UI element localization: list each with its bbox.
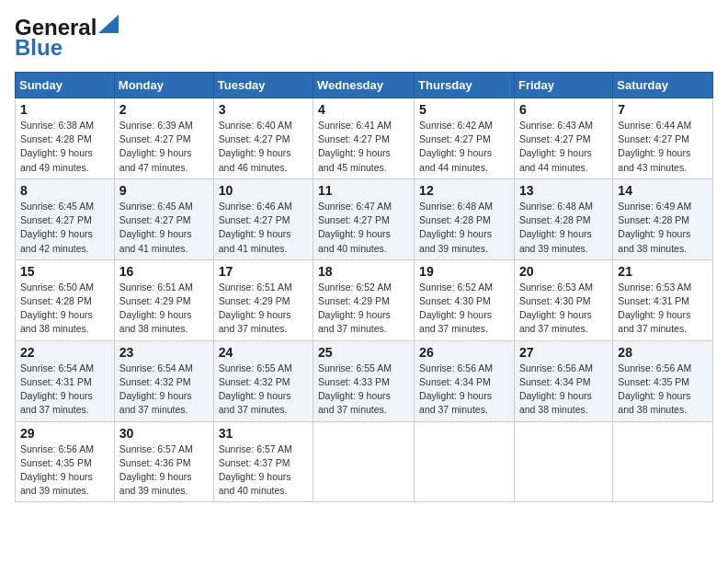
day-number: 1 bbox=[20, 102, 109, 117]
day-info: Sunrise: 6:55 AMSunset: 4:32 PMDaylight:… bbox=[219, 362, 308, 418]
logo-icon bbox=[98, 15, 119, 33]
day-number: 20 bbox=[519, 264, 608, 279]
day-number: 17 bbox=[219, 264, 308, 279]
day-info: Sunrise: 6:45 AMSunset: 4:27 PMDaylight:… bbox=[119, 200, 209, 256]
day-info: Sunrise: 6:54 AMSunset: 4:32 PMDaylight:… bbox=[119, 362, 209, 418]
day-number: 19 bbox=[419, 264, 509, 279]
calendar-cell bbox=[514, 421, 612, 502]
calendar-week-1: 1 Sunrise: 6:38 AMSunset: 4:28 PMDayligh… bbox=[16, 98, 713, 179]
day-number: 28 bbox=[618, 345, 708, 360]
calendar-cell: 17 Sunrise: 6:51 AMSunset: 4:29 PMDaylig… bbox=[213, 259, 313, 340]
day-number: 13 bbox=[519, 183, 608, 198]
calendar-cell: 14 Sunrise: 6:49 AMSunset: 4:28 PMDaylig… bbox=[613, 178, 713, 259]
col-header-friday: Friday bbox=[514, 73, 612, 98]
day-info: Sunrise: 6:40 AMSunset: 4:27 PMDaylight:… bbox=[219, 119, 308, 175]
day-info: Sunrise: 6:56 AMSunset: 4:34 PMDaylight:… bbox=[419, 362, 509, 418]
day-number: 4 bbox=[318, 102, 409, 117]
day-number: 6 bbox=[519, 102, 608, 117]
calendar-cell: 8 Sunrise: 6:45 AMSunset: 4:27 PMDayligh… bbox=[16, 178, 115, 259]
calendar-cell: 27 Sunrise: 6:56 AMSunset: 4:34 PMDaylig… bbox=[514, 340, 612, 421]
calendar-cell: 23 Sunrise: 6:54 AMSunset: 4:32 PMDaylig… bbox=[114, 340, 213, 421]
calendar-cell: 7 Sunrise: 6:44 AMSunset: 4:27 PMDayligh… bbox=[613, 98, 713, 179]
day-info: Sunrise: 6:57 AMSunset: 4:36 PMDaylight:… bbox=[119, 442, 209, 499]
calendar-cell: 2 Sunrise: 6:39 AMSunset: 4:27 PMDayligh… bbox=[114, 98, 213, 179]
day-info: Sunrise: 6:49 AMSunset: 4:28 PMDaylight:… bbox=[618, 200, 708, 256]
calendar-cell: 19 Sunrise: 6:52 AMSunset: 4:30 PMDaylig… bbox=[415, 259, 515, 340]
day-info: Sunrise: 6:38 AMSunset: 4:28 PMDaylight:… bbox=[20, 119, 109, 175]
day-info: Sunrise: 6:52 AMSunset: 4:30 PMDaylight:… bbox=[419, 281, 509, 337]
day-number: 31 bbox=[219, 426, 308, 441]
col-header-tuesday: Tuesday bbox=[213, 73, 313, 98]
day-number: 3 bbox=[219, 102, 308, 117]
day-number: 11 bbox=[318, 183, 409, 198]
calendar-cell: 25 Sunrise: 6:55 AMSunset: 4:33 PMDaylig… bbox=[313, 340, 415, 421]
day-number: 21 bbox=[618, 264, 708, 279]
day-info: Sunrise: 6:39 AMSunset: 4:27 PMDaylight:… bbox=[119, 119, 209, 175]
calendar-cell: 4 Sunrise: 6:41 AMSunset: 4:27 PMDayligh… bbox=[313, 98, 415, 179]
col-header-sunday: Sunday bbox=[16, 73, 115, 98]
day-info: Sunrise: 6:56 AMSunset: 4:34 PMDaylight:… bbox=[519, 362, 608, 418]
day-number: 10 bbox=[219, 183, 308, 198]
calendar-cell: 5 Sunrise: 6:42 AMSunset: 4:27 PMDayligh… bbox=[415, 98, 515, 179]
col-header-wednesday: Wednesday bbox=[313, 73, 415, 98]
calendar-cell bbox=[415, 421, 515, 502]
calendar-week-3: 15 Sunrise: 6:50 AMSunset: 4:28 PMDaylig… bbox=[16, 259, 713, 340]
day-info: Sunrise: 6:47 AMSunset: 4:27 PMDaylight:… bbox=[318, 200, 409, 256]
day-info: Sunrise: 6:46 AMSunset: 4:27 PMDaylight:… bbox=[219, 200, 308, 256]
day-info: Sunrise: 6:50 AMSunset: 4:28 PMDaylight:… bbox=[20, 281, 109, 337]
day-info: Sunrise: 6:41 AMSunset: 4:27 PMDaylight:… bbox=[318, 119, 409, 175]
calendar-cell: 3 Sunrise: 6:40 AMSunset: 4:27 PMDayligh… bbox=[213, 98, 313, 179]
day-info: Sunrise: 6:53 AMSunset: 4:31 PMDaylight:… bbox=[618, 281, 708, 337]
calendar-cell: 13 Sunrise: 6:48 AMSunset: 4:28 PMDaylig… bbox=[514, 178, 612, 259]
calendar-cell: 22 Sunrise: 6:54 AMSunset: 4:31 PMDaylig… bbox=[16, 340, 115, 421]
day-number: 23 bbox=[119, 345, 209, 360]
calendar-cell: 6 Sunrise: 6:43 AMSunset: 4:27 PMDayligh… bbox=[514, 98, 612, 179]
day-number: 9 bbox=[119, 183, 209, 198]
day-info: Sunrise: 6:48 AMSunset: 4:28 PMDaylight:… bbox=[419, 200, 509, 256]
calendar-cell: 21 Sunrise: 6:53 AMSunset: 4:31 PMDaylig… bbox=[613, 259, 713, 340]
logo: General Blue bbox=[15, 15, 119, 61]
col-header-saturday: Saturday bbox=[613, 73, 713, 98]
col-header-monday: Monday bbox=[114, 73, 213, 98]
day-info: Sunrise: 6:51 AMSunset: 4:29 PMDaylight:… bbox=[119, 281, 209, 337]
calendar-cell: 28 Sunrise: 6:56 AMSunset: 4:35 PMDaylig… bbox=[613, 340, 713, 421]
calendar-cell: 16 Sunrise: 6:51 AMSunset: 4:29 PMDaylig… bbox=[114, 259, 213, 340]
calendar-cell: 9 Sunrise: 6:45 AMSunset: 4:27 PMDayligh… bbox=[114, 178, 213, 259]
calendar-cell: 11 Sunrise: 6:47 AMSunset: 4:27 PMDaylig… bbox=[313, 178, 415, 259]
calendar-week-5: 29 Sunrise: 6:56 AMSunset: 4:35 PMDaylig… bbox=[16, 421, 713, 502]
day-info: Sunrise: 6:53 AMSunset: 4:30 PMDaylight:… bbox=[519, 281, 608, 337]
day-number: 5 bbox=[419, 102, 509, 117]
day-number: 15 bbox=[20, 264, 109, 279]
day-number: 29 bbox=[20, 426, 109, 441]
col-header-thursday: Thursday bbox=[415, 73, 515, 98]
day-number: 30 bbox=[119, 426, 209, 441]
calendar-cell: 31 Sunrise: 6:57 AMSunset: 4:37 PMDaylig… bbox=[213, 421, 313, 502]
calendar-cell: 20 Sunrise: 6:53 AMSunset: 4:30 PMDaylig… bbox=[514, 259, 612, 340]
calendar-cell bbox=[313, 421, 415, 502]
calendar-cell: 24 Sunrise: 6:55 AMSunset: 4:32 PMDaylig… bbox=[213, 340, 313, 421]
day-number: 24 bbox=[219, 345, 308, 360]
day-number: 2 bbox=[119, 102, 209, 117]
page-header: General Blue bbox=[15, 15, 713, 61]
calendar-week-2: 8 Sunrise: 6:45 AMSunset: 4:27 PMDayligh… bbox=[16, 178, 713, 259]
calendar-cell: 26 Sunrise: 6:56 AMSunset: 4:34 PMDaylig… bbox=[415, 340, 515, 421]
day-number: 14 bbox=[618, 183, 708, 198]
day-info: Sunrise: 6:44 AMSunset: 4:27 PMDaylight:… bbox=[618, 119, 708, 175]
day-number: 25 bbox=[318, 345, 409, 360]
calendar-cell: 30 Sunrise: 6:57 AMSunset: 4:36 PMDaylig… bbox=[114, 421, 213, 502]
calendar-cell: 18 Sunrise: 6:52 AMSunset: 4:29 PMDaylig… bbox=[313, 259, 415, 340]
logo-blue: Blue bbox=[15, 35, 63, 61]
day-number: 8 bbox=[20, 183, 109, 198]
day-info: Sunrise: 6:56 AMSunset: 4:35 PMDaylight:… bbox=[618, 362, 708, 418]
svg-marker-0 bbox=[98, 15, 119, 33]
day-number: 18 bbox=[318, 264, 409, 279]
day-info: Sunrise: 6:43 AMSunset: 4:27 PMDaylight:… bbox=[519, 119, 608, 175]
day-info: Sunrise: 6:51 AMSunset: 4:29 PMDaylight:… bbox=[219, 281, 308, 337]
calendar-header-row: SundayMondayTuesdayWednesdayThursdayFrid… bbox=[16, 73, 713, 98]
day-number: 16 bbox=[119, 264, 209, 279]
day-number: 7 bbox=[618, 102, 708, 117]
calendar-week-4: 22 Sunrise: 6:54 AMSunset: 4:31 PMDaylig… bbox=[16, 340, 713, 421]
calendar-cell: 10 Sunrise: 6:46 AMSunset: 4:27 PMDaylig… bbox=[213, 178, 313, 259]
day-number: 22 bbox=[20, 345, 109, 360]
calendar-table: SundayMondayTuesdayWednesdayThursdayFrid… bbox=[15, 72, 713, 502]
